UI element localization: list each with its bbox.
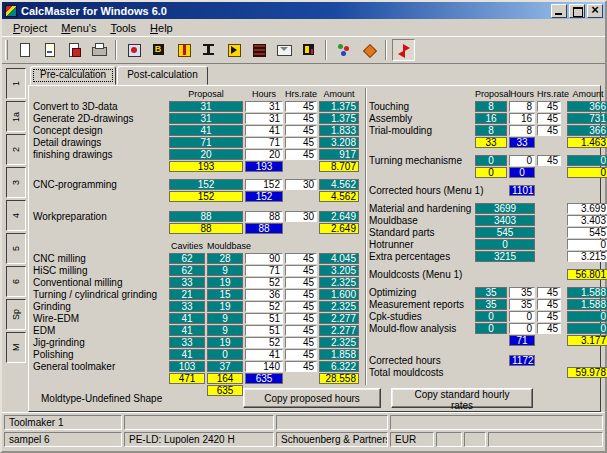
close-button[interactable] <box>587 4 603 18</box>
cell-h[interactable]: 90 <box>245 253 283 264</box>
cell-h[interactable]: 8 <box>509 101 535 112</box>
print-icon[interactable] <box>87 39 110 61</box>
table-row: Extra percentages32153.215 <box>369 250 607 262</box>
cell-r[interactable]: 30 <box>285 179 317 190</box>
product-icon[interactable] <box>357 39 380 61</box>
side-tab-m[interactable]: M <box>6 332 26 363</box>
cell-h[interactable]: 71 <box>245 265 283 276</box>
cell-r[interactable]: 45 <box>285 149 317 160</box>
toolbar-grip[interactable] <box>5 40 8 60</box>
cell-h[interactable]: 35 <box>509 287 535 298</box>
minimize-button[interactable] <box>551 4 567 18</box>
status-cell <box>436 432 462 447</box>
toolbar <box>2 37 605 64</box>
cell-h: 1101 <box>509 185 535 196</box>
polymer-icon[interactable] <box>332 39 355 61</box>
menu-menus[interactable]: Menu's <box>54 21 103 35</box>
mouldbase-icon[interactable] <box>247 39 270 61</box>
cell-r[interactable]: 45 <box>537 125 561 136</box>
maximize-button[interactable] <box>569 4 585 18</box>
menu-project[interactable]: Project <box>6 21 54 35</box>
cell-h[interactable]: 71 <box>245 137 283 148</box>
menu-tools[interactable]: Tools <box>103 21 143 35</box>
save-icon[interactable] <box>62 39 85 61</box>
cell-r[interactable]: 45 <box>537 155 561 166</box>
menu-help[interactable]: Help <box>143 21 180 35</box>
cell-a[interactable]: 3.403 <box>567 215 607 226</box>
cell-h[interactable]: 41 <box>245 349 283 360</box>
exit-icon[interactable] <box>297 39 320 61</box>
cell-r[interactable]: 45 <box>285 113 317 124</box>
cell-h[interactable]: 35 <box>509 299 535 310</box>
cell-r[interactable]: 45 <box>537 311 561 322</box>
new-document-icon[interactable] <box>12 39 35 61</box>
table-row: Material and hardening36993.699 <box>369 202 607 214</box>
cell-r[interactable]: 45 <box>285 337 317 348</box>
cell-h[interactable]: 8 <box>509 125 535 136</box>
tab-post-calculation[interactable]: Post-calculation <box>117 66 208 85</box>
calculation-settings-icon[interactable] <box>122 39 145 61</box>
cell-r[interactable]: 45 <box>537 113 561 124</box>
cell-r[interactable]: 45 <box>285 265 317 276</box>
cell-a[interactable]: 0 <box>567 239 607 250</box>
cell-h[interactable]: 0 <box>509 155 535 166</box>
side-tab-3[interactable]: 3 <box>6 167 26 198</box>
cell-cav: 33 <box>169 277 205 288</box>
cell-r[interactable]: 45 <box>285 349 317 360</box>
cell-r[interactable]: 45 <box>537 299 561 310</box>
cell-h[interactable]: 51 <box>245 313 283 324</box>
cell-h[interactable]: 52 <box>245 337 283 348</box>
cell-r[interactable]: 45 <box>285 325 317 336</box>
cell-r[interactable]: 45 <box>537 323 561 334</box>
cell-h[interactable]: 41 <box>245 125 283 136</box>
table-row: Turning mechanisme00450 <box>369 154 607 166</box>
side-tab-2[interactable]: 2 <box>6 134 26 165</box>
cell-a[interactable]: 3.215 <box>567 251 607 262</box>
clamping-unit-icon[interactable] <box>197 39 220 61</box>
mail-icon[interactable] <box>272 39 295 61</box>
side-tab-4[interactable]: 4 <box>6 200 26 231</box>
tab-pre-calculation[interactable]: Pre-calculation <box>30 66 116 85</box>
cell-h[interactable]: 52 <box>245 277 283 288</box>
panel-divider <box>365 88 367 385</box>
cell-r[interactable]: 45 <box>537 287 561 298</box>
mould-icon[interactable] <box>147 39 170 61</box>
cell-h[interactable]: 88 <box>245 211 283 222</box>
cell-h[interactable]: 0 <box>509 311 535 322</box>
compare-switch-icon[interactable] <box>392 39 415 61</box>
cell-r[interactable]: 45 <box>285 289 317 300</box>
cell-r[interactable]: 45 <box>537 101 561 112</box>
work-area: Pre-calculation Post-calculation Proposa… <box>28 66 601 412</box>
cell-h[interactable]: 31 <box>245 101 283 112</box>
copy-standard-hourly-rates-button[interactable]: Copy standard hourly rates <box>391 388 533 408</box>
cell-r[interactable]: 45 <box>285 101 317 112</box>
cell-r[interactable]: 45 <box>285 301 317 312</box>
side-tab-sp[interactable]: Sp <box>6 299 26 330</box>
cell-a[interactable]: 3.699 <box>567 203 607 214</box>
side-tab-1[interactable]: 1 <box>6 68 26 99</box>
cell-h[interactable]: 0 <box>509 323 535 334</box>
cell-r[interactable]: 30 <box>285 211 317 222</box>
cell-r[interactable]: 45 <box>285 253 317 264</box>
cell-h[interactable]: 16 <box>509 113 535 124</box>
cell-h[interactable]: 20 <box>245 149 283 160</box>
cell-h[interactable]: 36 <box>245 289 283 300</box>
ejector-icon[interactable] <box>222 39 245 61</box>
open-document-icon[interactable] <box>37 39 60 61</box>
injection-unit-icon[interactable] <box>172 39 195 61</box>
cell-r[interactable]: 45 <box>285 137 317 148</box>
cell-r[interactable]: 45 <box>285 313 317 324</box>
side-tab-6[interactable]: 6 <box>6 266 26 297</box>
cell-h[interactable]: 52 <box>245 301 283 312</box>
cell-r[interactable]: 45 <box>285 361 317 372</box>
copy-proposed-hours-button[interactable]: Copy proposed hours <box>243 388 381 408</box>
cell-a[interactable]: 545 <box>567 227 607 238</box>
side-tab-5[interactable]: 5 <box>6 233 26 264</box>
cell-r[interactable]: 45 <box>285 277 317 288</box>
cell-h[interactable]: 152 <box>245 179 283 190</box>
cell-h[interactable]: 140 <box>245 361 283 372</box>
cell-h[interactable]: 51 <box>245 325 283 336</box>
cell-h[interactable]: 31 <box>245 113 283 124</box>
cell-r[interactable]: 45 <box>285 125 317 136</box>
side-tab-1a[interactable]: 1a <box>6 101 26 132</box>
